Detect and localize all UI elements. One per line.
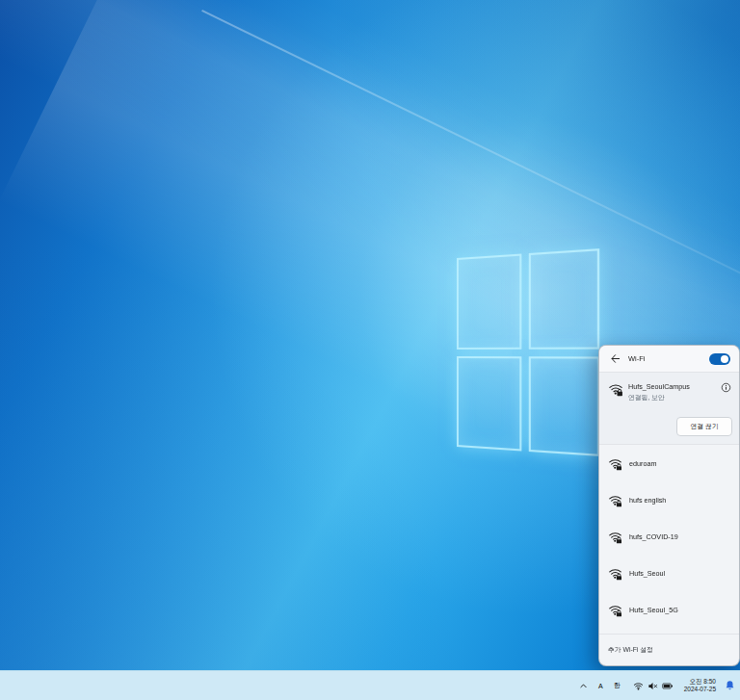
bell-icon bbox=[725, 680, 735, 691]
clock-date: 2024-07-25 bbox=[684, 686, 716, 694]
disconnect-button[interactable]: 연결 끊기 bbox=[676, 417, 732, 436]
quick-settings-button[interactable] bbox=[629, 678, 677, 694]
connected-network-name: Hufs_SeoulCampus bbox=[628, 382, 690, 391]
wifi-secured-icon bbox=[608, 456, 622, 471]
windows-logo-pane bbox=[457, 356, 521, 452]
wifi-network-list: eduroam hufs english hufs_COVID-19 Hufs_… bbox=[599, 445, 739, 628]
flyout-title: Wi-Fi bbox=[628, 354, 646, 363]
network-name: hufs_COVID-19 bbox=[629, 532, 678, 541]
wifi-flyout-header: Wi-Fi bbox=[599, 346, 739, 373]
windows-logo-pane bbox=[457, 254, 521, 350]
ime-language-indicator[interactable]: 한 bbox=[612, 680, 622, 691]
wifi-secured-icon bbox=[608, 530, 622, 544]
taskbar: A 한 오전 8:50 2024-07-25 bbox=[0, 670, 740, 700]
wifi-network-item[interactable]: Hufs_Seoul bbox=[599, 555, 739, 591]
windows-logo bbox=[457, 248, 599, 456]
clock[interactable]: 오전 8:50 2024-07-25 bbox=[684, 678, 716, 694]
wifi-network-item[interactable]: eduroam bbox=[599, 445, 739, 481]
wifi-network-item[interactable]: Hufs_Seoul_5G bbox=[599, 591, 739, 628]
chevron-up-icon bbox=[579, 682, 588, 690]
windows-logo-pane bbox=[528, 356, 599, 456]
windows-logo-pane bbox=[528, 248, 599, 349]
wifi-flyout-panel: Wi-Fi Hufs_SeoulCampus 연결됨, 보안 연결 끊기 edu… bbox=[598, 345, 740, 666]
volume-muted-icon bbox=[648, 681, 658, 691]
info-icon bbox=[721, 382, 731, 393]
wifi-secured-icon bbox=[608, 603, 622, 617]
network-properties-button[interactable] bbox=[721, 381, 731, 392]
wifi-secured-icon bbox=[608, 381, 623, 397]
wifi-toggle-knob bbox=[721, 355, 728, 363]
connected-network-status: 연결됨, 보안 bbox=[628, 393, 665, 402]
battery-icon bbox=[662, 681, 674, 691]
wifi-secured-icon bbox=[608, 566, 622, 581]
wifi-icon bbox=[633, 681, 644, 691]
show-hidden-icons-button[interactable] bbox=[577, 681, 590, 691]
connected-network-item[interactable]: Hufs_SeoulCampus 연결됨, 보안 연결 끊기 bbox=[599, 373, 739, 445]
desktop: Wi-Fi Hufs_SeoulCampus 연결됨, 보안 연결 끊기 edu… bbox=[0, 0, 740, 700]
network-name: Hufs_Seoul_5G bbox=[629, 606, 678, 614]
back-arrow-icon bbox=[610, 353, 621, 364]
wifi-secured-icon bbox=[608, 493, 622, 507]
wifi-toggle[interactable] bbox=[709, 353, 730, 365]
network-name: eduroam bbox=[629, 459, 656, 468]
system-tray: A 한 오전 8:50 2024-07-25 bbox=[577, 671, 737, 700]
wifi-network-item[interactable]: hufs_COVID-19 bbox=[599, 518, 739, 555]
back-button[interactable] bbox=[608, 352, 621, 366]
notification-bell-button[interactable] bbox=[723, 679, 737, 692]
more-wifi-settings-link[interactable]: 추가 Wi-Fi 설정 bbox=[599, 634, 739, 665]
ime-mode-indicator[interactable]: A bbox=[596, 682, 605, 690]
wifi-network-item[interactable]: hufs english bbox=[599, 481, 739, 518]
network-name: Hufs_Seoul bbox=[629, 569, 665, 578]
network-name: hufs english bbox=[629, 496, 666, 505]
clock-time: 오전 8:50 bbox=[684, 678, 716, 687]
